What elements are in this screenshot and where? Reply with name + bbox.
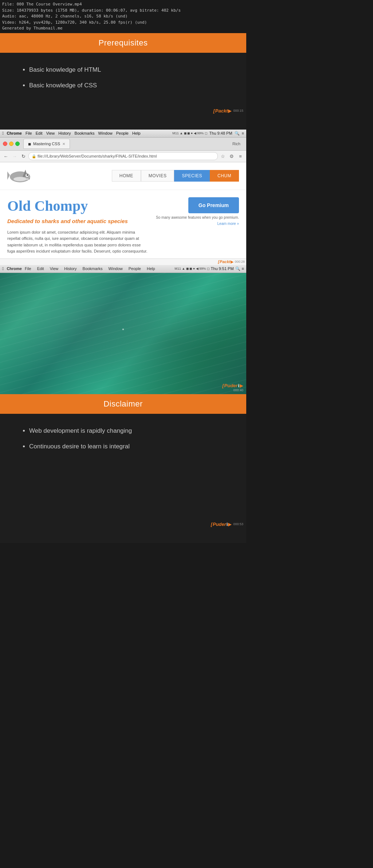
tab-close-btn[interactable]: ✕ xyxy=(62,142,65,146)
packt-logo-slide1: [ xyxy=(213,108,215,114)
menubar-status-icons: M11 ▲ ◼ ◼ ● ◀ 99% ◻ xyxy=(172,131,207,135)
desktop-menubar:  Chrome File Edit View History Bookmark… xyxy=(0,265,246,273)
minimize-btn[interactable] xyxy=(9,142,13,146)
svg-point-7 xyxy=(13,177,27,181)
shark-logo xyxy=(7,166,33,186)
menubar-bars: ≡ xyxy=(242,131,244,135)
website-hero: Old Chompy Dedicated to sharks and other… xyxy=(0,190,246,258)
website-nav[interactable]: HOME MOVIES SPECIES CHUM xyxy=(112,170,239,182)
packt-play-slide1: ▶ xyxy=(228,108,232,114)
disclaimer-title-bar: Disclaimer xyxy=(0,394,246,414)
go-premium-button[interactable]: Go Premium xyxy=(188,197,239,213)
packt-ts-slide1: 000:15 xyxy=(233,109,243,112)
menu-icon[interactable]: ≡ xyxy=(237,152,244,160)
disclaimer-content: Web development is rapidly changing Cont… xyxy=(0,423,246,461)
address-bar[interactable]: 🔒 file:///Library/WebServer/Documents/sh… xyxy=(28,152,218,160)
disclaimer-item-1: Web development is rapidly changing xyxy=(29,426,232,436)
packt-brand-1: [ xyxy=(218,259,219,264)
disclaimer-title: Disclaimer xyxy=(0,399,246,409)
file-line2: Size: 184379933 bytes (1758 MB), duratio… xyxy=(2,8,244,14)
browser-screenshot-1:  Chrome File Edit View History Bookmark… xyxy=(0,130,246,265)
svg-point-9 xyxy=(27,174,28,176)
address-lock-icon: 🔒 xyxy=(32,154,36,158)
hero-title: Old Chompy xyxy=(7,197,149,214)
learn-more-link[interactable]: Learn more » xyxy=(217,222,239,226)
disclaimer-item-2: Continuous desire to learn is integral xyxy=(29,442,232,451)
chrome-tab-bar: ◼ Mastering CSS ✕ Rich xyxy=(0,138,246,151)
prereq-item-2: Basic knowledge of CSS xyxy=(29,81,232,90)
desktop-time: Thu 9:51 PM xyxy=(211,266,234,271)
prerequisites-slide: Prerequisites Basic knowledge of HTML Ba… xyxy=(0,33,246,130)
browser1-timestamp: 000:28 xyxy=(235,260,245,263)
nav-right-icons: ☆ ⚙ ≡ xyxy=(219,152,244,160)
menu-help[interactable]: Help xyxy=(132,131,141,135)
apple-logo:  xyxy=(2,131,4,136)
menu-history[interactable]: History xyxy=(58,131,71,135)
nav-chum[interactable]: CHUM xyxy=(210,170,239,182)
file-line3: Audio: aac, 48000 Hz, 2 channels, s16, 5… xyxy=(2,13,244,20)
star-icon[interactable]: ☆ xyxy=(219,152,227,160)
hero-left: Old Chompy Dedicated to sharks and other… xyxy=(7,197,149,255)
nav-species[interactable]: SPECIES xyxy=(174,170,210,182)
prerequisites-title: Prerequisites xyxy=(0,38,246,48)
menu-window[interactable]: Window xyxy=(98,131,113,135)
udemy-overlay: [ Puder i ▶ 000:40 xyxy=(222,383,243,392)
desktop-timestamp: 000:40 xyxy=(233,388,243,392)
user-label: Rich xyxy=(232,142,240,146)
website-header: HOME MOVIES SPECIES CHUM xyxy=(0,162,246,190)
file-line1: File: 000 The Course Overview.mp4 xyxy=(2,1,244,8)
file-line5: Generated by Thumbnail.me xyxy=(2,25,244,32)
tab-label: Mastering CSS xyxy=(33,142,60,146)
tab-favicon: ◼ xyxy=(28,142,31,146)
traffic-lights xyxy=(3,142,20,146)
browser-tab[interactable]: ◼ Mastering CSS ✕ xyxy=(23,139,70,149)
prerequisites-list: Basic knowledge of HTML Basic knowledge … xyxy=(22,65,232,90)
slide2-timestamp: 000:53 xyxy=(233,522,243,526)
nav-movies[interactable]: MOVIES xyxy=(141,170,174,182)
prerequisites-content: Basic knowledge of HTML Basic knowledge … xyxy=(0,62,246,100)
mac-menubar-1:  Chrome File Edit View History Bookmark… xyxy=(0,130,246,138)
packt-logo-slide2: [ xyxy=(211,522,212,527)
menubar-search[interactable]: 🔍 xyxy=(235,131,240,136)
back-button[interactable]: ← xyxy=(2,152,9,160)
packt-overlay-1: [ Packt ▶ 000:28 xyxy=(218,259,245,264)
extensions-icon[interactable]: ⚙ xyxy=(228,152,235,160)
menu-view[interactable]: View xyxy=(46,131,55,135)
desktop-menu-chrome[interactable]: Chrome xyxy=(7,266,22,271)
address-text: file:///Library/WebServer/Documents/shar… xyxy=(38,154,157,158)
nav-home[interactable]: HOME xyxy=(112,170,141,182)
close-btn[interactable] xyxy=(3,142,7,146)
menu-file[interactable]: File xyxy=(25,131,32,135)
svg-marker-2 xyxy=(7,171,10,180)
file-line4: Video: h264, yuv420p, 1280x720, 340 kb/s… xyxy=(2,20,244,26)
udemy-logo: [ Puder i ▶ xyxy=(222,383,243,388)
menu-edit[interactable]: Edit xyxy=(36,131,43,135)
menu-bookmarks[interactable]: Bookmarks xyxy=(75,131,95,135)
disclaimer-list: Web development is rapidly changing Cont… xyxy=(22,426,232,451)
mouse-cursor xyxy=(122,329,124,330)
file-info: File: 000 The Course Overview.mp4 Size: … xyxy=(0,0,246,33)
disclaimer-slide: Disclaimer Web development is rapidly ch… xyxy=(0,394,246,543)
menubar-time: Thu 9:48 PM xyxy=(209,131,232,135)
website-content: HOME MOVIES SPECIES CHUM Old Chompy Dedi… xyxy=(0,162,246,258)
hero-subtitle: Dedicated to sharks and other aquatic sp… xyxy=(7,217,149,225)
refresh-button[interactable]: ↻ xyxy=(20,152,27,160)
maximize-btn[interactable] xyxy=(15,142,20,146)
menu-items-bar[interactable]: Chrome File Edit View History Bookmarks … xyxy=(7,131,140,135)
premium-subtext: So many awesome features when you go pre… xyxy=(156,215,239,219)
prerequisites-title-bar: Prerequisites xyxy=(0,33,246,53)
hero-body: Lorem ipsum dolor sit amet, consectetur … xyxy=(7,229,149,255)
menu-people[interactable]: People xyxy=(116,131,129,135)
hero-right: Go Premium So many awesome features when… xyxy=(156,197,239,255)
menu-chrome[interactable]: Chrome xyxy=(7,131,22,135)
forward-button[interactable]: → xyxy=(11,152,18,160)
chrome-nav-bar: ← → ↻ 🔒 file:///Library/WebServer/Docume… xyxy=(0,151,246,162)
desktop-apple:  xyxy=(2,266,4,271)
menubar-right: M11 ▲ ◼ ◼ ● ◀ 99% ◻ Thu 9:48 PM 🔍 ≡ xyxy=(172,131,244,136)
desktop-screenshot:  Chrome File Edit View History Bookmark… xyxy=(0,265,246,394)
packt-name-slide1: Packt xyxy=(215,108,228,114)
shark-svg xyxy=(7,166,33,186)
prereq-item-1: Basic knowledge of HTML xyxy=(29,65,232,75)
